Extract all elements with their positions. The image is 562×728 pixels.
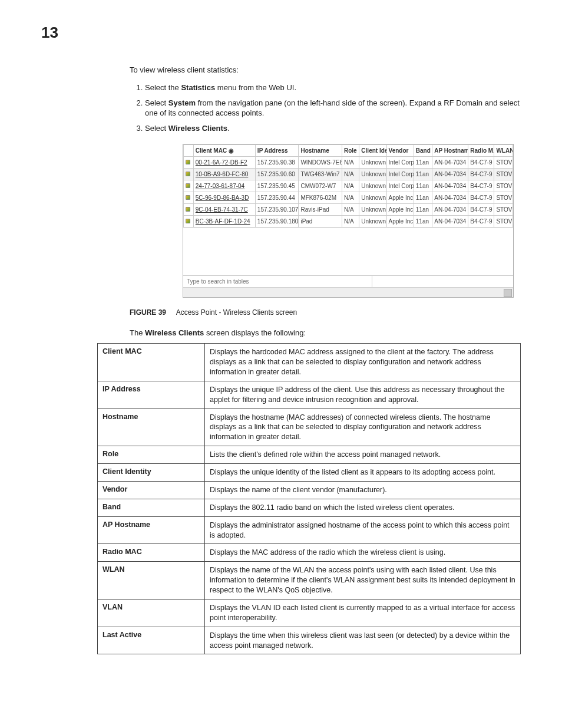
definition-row: AP HostnameDisplays the administrator as… bbox=[98, 516, 521, 544]
col-client-mac[interactable]: Client MAC ◉ bbox=[193, 145, 255, 157]
cell-client-identity: Unknown bbox=[359, 192, 386, 204]
cell-vendor: Apple Inc bbox=[386, 216, 414, 228]
definition-row: Last ActiveDisplays the time when this w… bbox=[98, 627, 521, 654]
cell-vendor: Intel Corp bbox=[386, 180, 414, 192]
cell-ip: 157.235.90.44 bbox=[255, 192, 299, 204]
cell-mac[interactable]: 5C-96-9D-86-BA-3D bbox=[193, 192, 255, 204]
cell-wlan: STOV bbox=[494, 169, 513, 180]
cell-client-identity: Unknown bbox=[359, 180, 386, 192]
definition-term: Role bbox=[98, 446, 205, 464]
col-status[interactable] bbox=[184, 145, 194, 157]
wireless-clients-screenshot: Client MAC ◉ IP Address Hostname Role Cl… bbox=[183, 144, 514, 298]
step-3: Select Wireless Clients. bbox=[145, 123, 521, 134]
definition-term: Radio MAC bbox=[98, 544, 205, 562]
cell-ip: 157.235.90.180 bbox=[255, 216, 299, 228]
cell-hostname: iPad bbox=[299, 216, 342, 228]
definition-desc: Displays the hardcoded MAC address assig… bbox=[205, 344, 521, 381]
cell-band: 11an bbox=[414, 157, 432, 169]
cell-role: N/A bbox=[342, 216, 359, 228]
col-wlan[interactable]: WLAN bbox=[494, 145, 513, 157]
definition-term: AP Hostname bbox=[98, 516, 205, 544]
definition-desc: Displays the unique identity of the list… bbox=[205, 464, 521, 482]
definition-row: IP AddressDisplays the unique IP address… bbox=[98, 381, 521, 409]
definition-desc: Displays the 802.11 radio band on which … bbox=[205, 499, 521, 516]
definition-row: WLANDisplays the name of the WLAN the ac… bbox=[98, 562, 521, 599]
figure-label: FIGURE 39 bbox=[130, 308, 166, 317]
definition-term: IP Address bbox=[98, 381, 205, 409]
col-ap-hostname[interactable]: AP Hostname bbox=[432, 145, 468, 157]
steps-list: Select the Statistics menu from the Web … bbox=[130, 83, 521, 133]
definition-row: Client MACDisplays the hardcoded MAC add… bbox=[98, 344, 521, 381]
cell-vendor: Apple Inc bbox=[386, 192, 414, 204]
cell-wlan: STOV bbox=[494, 204, 513, 216]
definition-desc: Displays the VLAN ID each listed client … bbox=[205, 599, 521, 627]
definition-term: Last Active bbox=[98, 627, 205, 654]
definition-desc: Displays the MAC address of the radio wh… bbox=[205, 544, 521, 562]
cell-mac[interactable]: 10-0B-A9-6D-FC-80 bbox=[193, 169, 255, 180]
cell-ip: 157.235.90.45 bbox=[255, 180, 299, 192]
cell-wlan: STOV bbox=[494, 180, 513, 192]
cell-role: N/A bbox=[342, 157, 359, 169]
col-radio-mac[interactable]: Radio MAC bbox=[468, 145, 494, 157]
after-fig-post: screen displays the following: bbox=[204, 328, 306, 337]
cell-mac[interactable]: 24-77-03-61-87-04 bbox=[193, 180, 255, 192]
step-1: Select the Statistics menu from the Web … bbox=[145, 83, 521, 93]
status-icon bbox=[184, 169, 194, 180]
cell-band: 11an bbox=[414, 204, 432, 216]
cell-mac[interactable]: BC-3B-AF-DF-1D-24 bbox=[193, 216, 255, 228]
cell-radio-mac: B4-C7-9 bbox=[468, 204, 494, 216]
table-row[interactable]: 9C-04-EB-74-31-7C157.235.90.107Ravis-iPa… bbox=[184, 204, 513, 216]
col-client-mac-label: Client MAC bbox=[196, 147, 227, 154]
col-ip[interactable]: IP Address bbox=[255, 145, 299, 157]
definition-desc: Displays the name of the WLAN the access… bbox=[205, 562, 521, 599]
definition-term: Client MAC bbox=[98, 344, 205, 381]
table-row[interactable]: BC-3B-AF-DF-1D-24157.235.90.180iPadN/AUn… bbox=[184, 216, 513, 228]
search-input[interactable]: Type to search in tables bbox=[183, 276, 372, 287]
definition-desc: Displays the administrator assigned host… bbox=[205, 516, 521, 544]
status-icon bbox=[184, 204, 194, 216]
cell-hostname: CMW072-W7 bbox=[299, 180, 342, 192]
cell-band: 11an bbox=[414, 192, 432, 204]
table-row[interactable]: 24-77-03-61-87-04157.235.90.45CMW072-W7N… bbox=[184, 180, 513, 192]
definition-row: BandDisplays the 802.11 radio band on wh… bbox=[98, 499, 521, 516]
col-role[interactable]: Role bbox=[342, 145, 359, 157]
step-1-bold: Statistics bbox=[181, 83, 215, 92]
cell-ip: 157.235.90.60 bbox=[255, 169, 299, 180]
cell-role: N/A bbox=[342, 180, 359, 192]
definition-row: HostnameDisplays the hostname (MAC addre… bbox=[98, 409, 521, 446]
cell-wlan: STOV bbox=[494, 192, 513, 204]
definition-row: VLANDisplays the VLAN ID each listed cli… bbox=[98, 599, 521, 627]
col-band[interactable]: Band bbox=[414, 145, 432, 157]
cell-ap-hostname: AN-04-7034 bbox=[432, 180, 468, 192]
definition-desc: Lists the client's defined role within t… bbox=[205, 446, 521, 464]
after-figure-text: The Wireless Clients screen displays the… bbox=[130, 328, 521, 337]
table-row[interactable]: 5C-96-9D-86-BA-3D157.235.90.44MFK876-02M… bbox=[184, 192, 513, 204]
table-row[interactable]: 10-0B-A9-6D-FC-80157.235.90.60TWG463-Win… bbox=[184, 169, 513, 180]
definition-term: Hostname bbox=[98, 409, 205, 446]
definition-desc: Displays the unique IP address of the cl… bbox=[205, 381, 521, 409]
step-3-post: . bbox=[227, 124, 230, 133]
intro-text: To view wireless client statistics: bbox=[130, 65, 521, 74]
status-icon bbox=[184, 180, 194, 192]
definition-term: Vendor bbox=[98, 481, 205, 499]
cell-mac[interactable]: 00-21-6A-72-DB-F2 bbox=[193, 157, 255, 169]
cell-mac[interactable]: 9C-04-EB-74-31-7C bbox=[193, 204, 255, 216]
cell-radio-mac: B4-C7-9 bbox=[468, 157, 494, 169]
col-vendor[interactable]: Vendor bbox=[386, 145, 414, 157]
col-client-identity[interactable]: Client Identity bbox=[359, 145, 386, 157]
step-3-bold: Wireless Clients bbox=[168, 124, 227, 133]
definitions-table: Client MACDisplays the hardcoded MAC add… bbox=[97, 343, 521, 654]
after-fig-pre: The bbox=[130, 328, 145, 337]
sort-icon: ◉ bbox=[229, 147, 234, 154]
col-hostname[interactable]: Hostname bbox=[299, 145, 342, 157]
cell-role: N/A bbox=[342, 192, 359, 204]
cell-ap-hostname: AN-04-7034 bbox=[432, 157, 468, 169]
horizontal-scrollbar[interactable] bbox=[183, 287, 513, 297]
cell-client-identity: Unknown bbox=[359, 169, 386, 180]
status-icon bbox=[184, 216, 194, 228]
table-header-row: Client MAC ◉ IP Address Hostname Role Cl… bbox=[184, 145, 513, 157]
figure-caption: FIGURE 39 Access Point - Wireless Client… bbox=[130, 308, 521, 317]
table-row[interactable]: 00-21-6A-72-DB-F2157.235.90.38WINDOWS-7E… bbox=[184, 157, 513, 169]
definition-desc: Displays the time when this wireless cli… bbox=[205, 627, 521, 654]
cell-ip: 157.235.90.107 bbox=[255, 204, 299, 216]
